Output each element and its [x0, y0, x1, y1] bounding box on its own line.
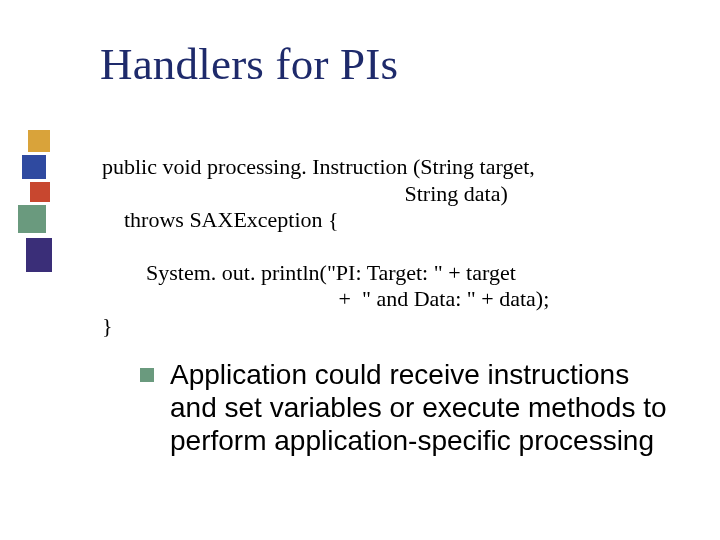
slide: Handlers for PIs public void processing.…: [0, 0, 720, 540]
bullet-text: Application could receive instructions a…: [170, 358, 680, 457]
deco-block: [22, 155, 46, 179]
deco-block: [30, 182, 50, 202]
deco-block: [18, 205, 46, 233]
code-line: System. out. println("PI: Target: " + ta…: [102, 260, 516, 285]
code-line: String data): [102, 181, 508, 206]
code-line: public void processing. Instruction (Str…: [102, 154, 535, 179]
code-line: + " and Data: " + data);: [102, 286, 549, 311]
slide-title: Handlers for PIs: [100, 38, 398, 90]
deco-block: [26, 238, 52, 272]
deco-block: [28, 130, 50, 152]
code-block: public void processing. Instruction (Str…: [102, 128, 549, 339]
bullet-item: Application could receive instructions a…: [140, 358, 680, 457]
sidebar-decoration: [0, 0, 48, 540]
square-bullet-icon: [140, 368, 154, 382]
code-line: throws SAXException {: [102, 207, 339, 232]
code-line: }: [102, 313, 113, 338]
